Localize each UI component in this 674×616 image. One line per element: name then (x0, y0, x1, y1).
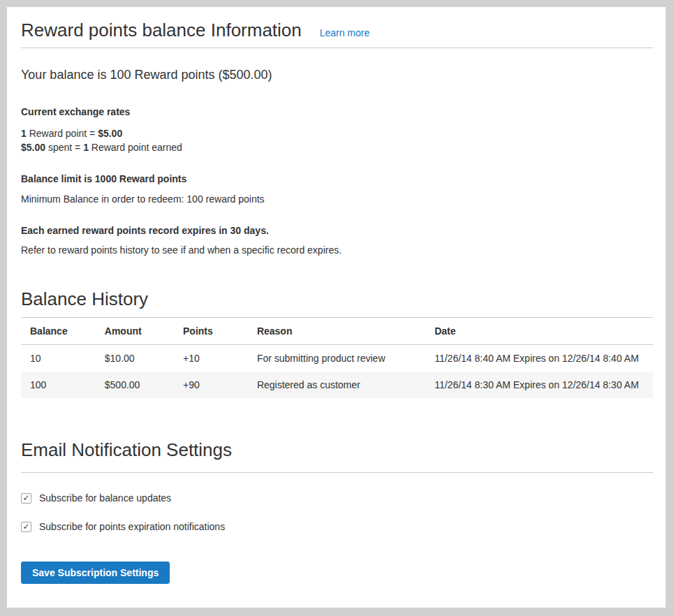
cell-points: +10 (174, 345, 248, 372)
table-row: 100 $500.00 +90 Registered as customer 1… (21, 372, 653, 398)
refer-history-note: Refer to reward points history to see if… (21, 243, 653, 257)
balance-history-header: Balance History (21, 288, 653, 318)
cell-amount: $500.00 (96, 372, 174, 398)
column-header-date: Date (425, 318, 653, 345)
column-header-points: Points (174, 318, 248, 345)
column-header-amount: Amount (96, 318, 174, 345)
cell-balance: 100 (21, 372, 96, 398)
minimum-balance-note: Minimum Balance in order to redeem: 100 … (21, 192, 653, 206)
expiration-note: Each earned reward points record expires… (21, 224, 653, 237)
page-header: Reward points balance Information Learn … (21, 7, 653, 48)
points-expiration-checkbox[interactable] (21, 522, 31, 532)
balance-updates-checkbox[interactable] (21, 493, 31, 504)
cell-points: +90 (174, 372, 248, 398)
rate-middle-text: spent = (45, 142, 83, 153)
table-row: 10 $10.00 +10 For submitting product rev… (21, 345, 653, 372)
column-header-reason: Reason (248, 318, 425, 345)
rate-amount-spent: $5.00 (21, 142, 45, 153)
balance-history-table: Balance Amount Points Reason Date 10 $10… (21, 318, 653, 398)
cell-balance: 10 (21, 345, 96, 372)
balance-limit-note: Balance limit is 1000 Reward points (21, 173, 653, 185)
cell-date: 11/26/14 8:40 AM Expires on 12/26/14 8:4… (425, 345, 653, 372)
table-header-row: Balance Amount Points Reason Date (21, 318, 653, 345)
learn-more-link[interactable]: Learn more (320, 27, 370, 38)
rate-amount-value: $5.00 (98, 128, 122, 139)
points-expiration-label[interactable]: Subscribe for points expiration notifica… (39, 521, 225, 532)
rate-point-to-currency: 1 Reward point = $5.00 (21, 126, 653, 140)
rate-currency-to-point: $5.00 spent = 1 Reward point earned (21, 140, 653, 154)
rate-suffix-text: Reward point earned (89, 142, 182, 153)
rate-middle-text: Reward point = (27, 128, 98, 139)
balance-updates-label[interactable]: Subscribe for balance updates (39, 492, 171, 504)
exchange-rates-heading: Current exchange rates (21, 105, 653, 118)
reward-points-card: Reward points balance Information Learn … (7, 7, 666, 608)
email-notification-title: Email Notification Settings (21, 439, 653, 461)
page-title: Reward points balance Information (21, 20, 302, 41)
balance-summary: Your balance is 100 Reward points ($500.… (21, 66, 653, 83)
cell-date: 11/26/14 8:30 AM Expires on 12/26/14 8:3… (425, 372, 653, 398)
rate-points-value: 1 (21, 128, 27, 139)
points-expiration-option: Subscribe for points expiration notifica… (21, 521, 653, 532)
cell-amount: $10.00 (96, 345, 174, 372)
cell-reason: Registered as customer (248, 372, 425, 398)
rate-points-earned: 1 (83, 142, 89, 153)
email-notification-header: Email Notification Settings (21, 439, 653, 473)
cell-reason: For submitting product review (248, 345, 425, 372)
save-subscription-settings-button[interactable]: Save Subscription Settings (21, 562, 170, 584)
balance-updates-option: Subscribe for balance updates (21, 492, 653, 504)
column-header-balance: Balance (21, 318, 96, 345)
exchange-rate-lines: 1 Reward point = $5.00 $5.00 spent = 1 R… (21, 126, 653, 154)
balance-history-title: Balance History (21, 288, 653, 310)
